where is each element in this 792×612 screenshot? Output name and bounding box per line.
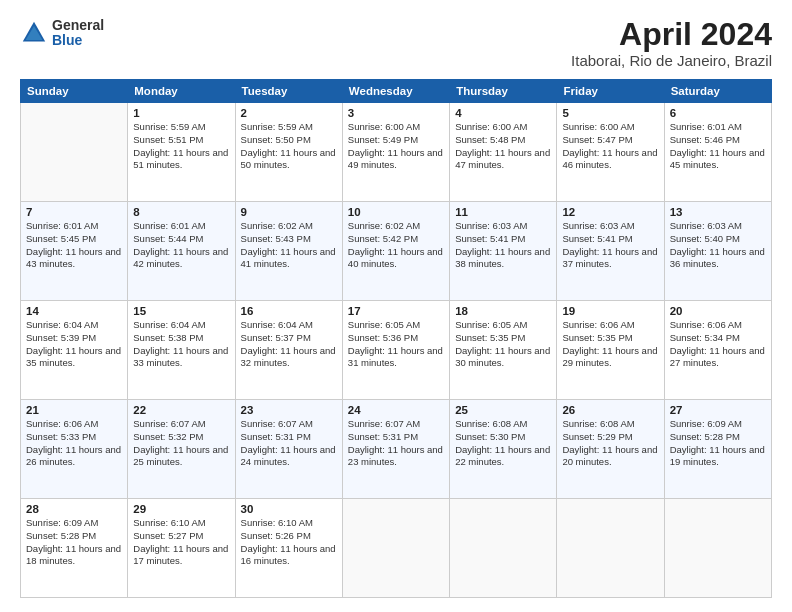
day-number: 12: [562, 206, 658, 218]
calendar-cell: 27 Sunrise: 6:09 AM Sunset: 5:28 PM Dayl…: [664, 400, 771, 499]
day-number: 8: [133, 206, 229, 218]
day-info: Sunrise: 6:06 AM Sunset: 5:34 PM Dayligh…: [670, 319, 766, 370]
sunrise-text: Sunrise: 6:09 AM: [670, 418, 742, 429]
sunrise-text: Sunrise: 6:02 AM: [241, 220, 313, 231]
day-info: Sunrise: 6:08 AM Sunset: 5:30 PM Dayligh…: [455, 418, 551, 469]
sunrise-text: Sunrise: 6:05 AM: [455, 319, 527, 330]
calendar-cell: 9 Sunrise: 6:02 AM Sunset: 5:43 PM Dayli…: [235, 202, 342, 301]
sunrise-text: Sunrise: 6:10 AM: [241, 517, 313, 528]
sunset-text: Sunset: 5:35 PM: [562, 332, 632, 343]
calendar-cell: [21, 103, 128, 202]
sunset-text: Sunset: 5:37 PM: [241, 332, 311, 343]
sunset-text: Sunset: 5:31 PM: [348, 431, 418, 442]
day-number: 30: [241, 503, 337, 515]
day-info: Sunrise: 6:03 AM Sunset: 5:41 PM Dayligh…: [562, 220, 658, 271]
day-number: 29: [133, 503, 229, 515]
calendar-cell: [450, 499, 557, 598]
daylight-text: Daylight: 11 hours and 22 minutes.: [455, 444, 550, 468]
calendar-cell: 12 Sunrise: 6:03 AM Sunset: 5:41 PM Dayl…: [557, 202, 664, 301]
sunrise-text: Sunrise: 6:04 AM: [133, 319, 205, 330]
sunset-text: Sunset: 5:29 PM: [562, 431, 632, 442]
daylight-text: Daylight: 11 hours and 41 minutes.: [241, 246, 336, 270]
sunset-text: Sunset: 5:38 PM: [133, 332, 203, 343]
calendar-cell: 21 Sunrise: 6:06 AM Sunset: 5:33 PM Dayl…: [21, 400, 128, 499]
daylight-text: Daylight: 11 hours and 20 minutes.: [562, 444, 657, 468]
daylight-text: Daylight: 11 hours and 29 minutes.: [562, 345, 657, 369]
day-number: 3: [348, 107, 444, 119]
col-friday: Friday: [557, 80, 664, 103]
sunset-text: Sunset: 5:26 PM: [241, 530, 311, 541]
daylight-text: Daylight: 11 hours and 43 minutes.: [26, 246, 121, 270]
sunset-text: Sunset: 5:40 PM: [670, 233, 740, 244]
col-monday: Monday: [128, 80, 235, 103]
day-number: 7: [26, 206, 122, 218]
daylight-text: Daylight: 11 hours and 33 minutes.: [133, 345, 228, 369]
day-info: Sunrise: 6:10 AM Sunset: 5:27 PM Dayligh…: [133, 517, 229, 568]
daylight-text: Daylight: 11 hours and 49 minutes.: [348, 147, 443, 171]
sunrise-text: Sunrise: 6:08 AM: [562, 418, 634, 429]
day-info: Sunrise: 6:00 AM Sunset: 5:47 PM Dayligh…: [562, 121, 658, 172]
day-number: 13: [670, 206, 766, 218]
calendar-week-3: 14 Sunrise: 6:04 AM Sunset: 5:39 PM Dayl…: [21, 301, 772, 400]
calendar-cell: 18 Sunrise: 6:05 AM Sunset: 5:35 PM Dayl…: [450, 301, 557, 400]
calendar-week-5: 28 Sunrise: 6:09 AM Sunset: 5:28 PM Dayl…: [21, 499, 772, 598]
calendar-cell: 16 Sunrise: 6:04 AM Sunset: 5:37 PM Dayl…: [235, 301, 342, 400]
daylight-text: Daylight: 11 hours and 46 minutes.: [562, 147, 657, 171]
calendar-cell: 11 Sunrise: 6:03 AM Sunset: 5:41 PM Dayl…: [450, 202, 557, 301]
day-info: Sunrise: 6:01 AM Sunset: 5:46 PM Dayligh…: [670, 121, 766, 172]
daylight-text: Daylight: 11 hours and 23 minutes.: [348, 444, 443, 468]
page: General Blue April 2024 Itaborai, Rio de…: [0, 0, 792, 612]
title-location: Itaborai, Rio de Janeiro, Brazil: [571, 52, 772, 69]
sunset-text: Sunset: 5:51 PM: [133, 134, 203, 145]
day-info: Sunrise: 6:05 AM Sunset: 5:35 PM Dayligh…: [455, 319, 551, 370]
calendar-cell: 1 Sunrise: 5:59 AM Sunset: 5:51 PM Dayli…: [128, 103, 235, 202]
calendar-cell: [664, 499, 771, 598]
sunset-text: Sunset: 5:30 PM: [455, 431, 525, 442]
daylight-text: Daylight: 11 hours and 47 minutes.: [455, 147, 550, 171]
sunset-text: Sunset: 5:47 PM: [562, 134, 632, 145]
day-info: Sunrise: 6:00 AM Sunset: 5:49 PM Dayligh…: [348, 121, 444, 172]
sunset-text: Sunset: 5:28 PM: [26, 530, 96, 541]
day-number: 1: [133, 107, 229, 119]
sunrise-text: Sunrise: 6:02 AM: [348, 220, 420, 231]
calendar-cell: 15 Sunrise: 6:04 AM Sunset: 5:38 PM Dayl…: [128, 301, 235, 400]
logo-blue-text: Blue: [52, 33, 104, 48]
calendar-cell: 28 Sunrise: 6:09 AM Sunset: 5:28 PM Dayl…: [21, 499, 128, 598]
calendar-cell: [342, 499, 449, 598]
sunset-text: Sunset: 5:28 PM: [670, 431, 740, 442]
calendar-cell: 10 Sunrise: 6:02 AM Sunset: 5:42 PM Dayl…: [342, 202, 449, 301]
sunset-text: Sunset: 5:45 PM: [26, 233, 96, 244]
sunrise-text: Sunrise: 6:03 AM: [562, 220, 634, 231]
calendar-cell: 29 Sunrise: 6:10 AM Sunset: 5:27 PM Dayl…: [128, 499, 235, 598]
daylight-text: Daylight: 11 hours and 25 minutes.: [133, 444, 228, 468]
calendar-cell: 5 Sunrise: 6:00 AM Sunset: 5:47 PM Dayli…: [557, 103, 664, 202]
day-number: 27: [670, 404, 766, 416]
sunset-text: Sunset: 5:36 PM: [348, 332, 418, 343]
sunrise-text: Sunrise: 6:06 AM: [562, 319, 634, 330]
day-number: 28: [26, 503, 122, 515]
daylight-text: Daylight: 11 hours and 30 minutes.: [455, 345, 550, 369]
sunrise-text: Sunrise: 6:04 AM: [241, 319, 313, 330]
col-tuesday: Tuesday: [235, 80, 342, 103]
sunrise-text: Sunrise: 6:01 AM: [670, 121, 742, 132]
daylight-text: Daylight: 11 hours and 16 minutes.: [241, 543, 336, 567]
sunrise-text: Sunrise: 6:00 AM: [455, 121, 527, 132]
day-info: Sunrise: 6:10 AM Sunset: 5:26 PM Dayligh…: [241, 517, 337, 568]
sunset-text: Sunset: 5:34 PM: [670, 332, 740, 343]
sunrise-text: Sunrise: 6:09 AM: [26, 517, 98, 528]
sunset-text: Sunset: 5:33 PM: [26, 431, 96, 442]
day-number: 6: [670, 107, 766, 119]
sunrise-text: Sunrise: 6:03 AM: [670, 220, 742, 231]
daylight-text: Daylight: 11 hours and 24 minutes.: [241, 444, 336, 468]
day-number: 17: [348, 305, 444, 317]
sunset-text: Sunset: 5:43 PM: [241, 233, 311, 244]
calendar-cell: 26 Sunrise: 6:08 AM Sunset: 5:29 PM Dayl…: [557, 400, 664, 499]
sunrise-text: Sunrise: 6:01 AM: [26, 220, 98, 231]
sunrise-text: Sunrise: 5:59 AM: [241, 121, 313, 132]
daylight-text: Daylight: 11 hours and 37 minutes.: [562, 246, 657, 270]
sunset-text: Sunset: 5:48 PM: [455, 134, 525, 145]
daylight-text: Daylight: 11 hours and 38 minutes.: [455, 246, 550, 270]
sunset-text: Sunset: 5:32 PM: [133, 431, 203, 442]
day-number: 26: [562, 404, 658, 416]
daylight-text: Daylight: 11 hours and 26 minutes.: [26, 444, 121, 468]
